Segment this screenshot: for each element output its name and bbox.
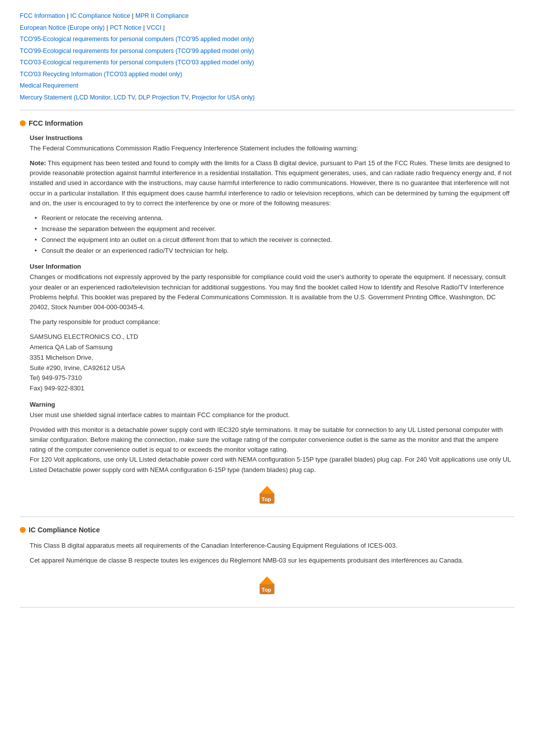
fcc-section-title: FCC Information: [20, 119, 514, 127]
fcc-top-button[interactable]: Top: [255, 484, 279, 508]
ic-dot-icon: [20, 527, 26, 533]
svg-text:Top: Top: [262, 587, 271, 593]
navigation-links: FCC Information | IC Compliance Notice |…: [20, 10, 514, 103]
ic-top-button[interactable]: Top: [255, 574, 279, 598]
nav-european[interactable]: European Notice (Europe only): [20, 24, 105, 31]
ic-top-button-area: Top: [20, 574, 514, 598]
company-info: SAMSUNG ELECTRONICS CO., LTD America QA …: [30, 332, 514, 394]
nav-tco95[interactable]: TCO'95-Ecological requirements for perso…: [20, 36, 254, 43]
nav-mercury[interactable]: Mercury Statement (LCD Monitor, LCD TV, …: [20, 94, 255, 101]
fcc-content: User Instructions The Federal Communicat…: [20, 134, 514, 475]
ic-para1: This Class B digital apparatus meets all…: [30, 541, 514, 551]
nav-fcc[interactable]: FCC Information: [20, 12, 65, 19]
nav-mpr[interactable]: MPR II Compliance: [135, 12, 189, 19]
nav-ic[interactable]: IC Compliance Notice: [70, 12, 130, 19]
ic-content: This Class B digital apparatus meets all…: [20, 541, 514, 566]
nav-vcci[interactable]: VCCI: [147, 24, 162, 31]
list-item: Reorient or relocate the receiving anten…: [35, 213, 514, 223]
nav-tco03r[interactable]: TCO'03 Recycling Information (TCO'03 app…: [20, 71, 182, 78]
list-item: Connect the equipment into an outlet on …: [35, 235, 514, 245]
list-item: Consult the dealer or an experienced rad…: [35, 246, 514, 256]
ic-section-title: IC Compliance Notice: [20, 526, 514, 534]
warning-para2: Provided with this monitor is a detachab…: [30, 425, 514, 475]
fcc-note-text: Note: This equipment has been tested and…: [30, 158, 514, 208]
ic-section: IC Compliance Notice This Class B digita…: [20, 526, 514, 598]
svg-marker-4: [260, 576, 274, 584]
fcc-top-button-area: Top: [20, 484, 514, 508]
svg-text:Top: Top: [262, 496, 271, 502]
user-information-title: User Information: [30, 263, 514, 270]
user-instructions-intro: The Federal Communications Commission Ra…: [30, 143, 514, 153]
ic-para2: Cet appareil Numérique de classe B respe…: [30, 556, 514, 566]
svg-marker-1: [260, 486, 274, 494]
fcc-section: FCC Information User Instructions The Fe…: [20, 119, 514, 508]
nav-tco99[interactable]: TCO'99-Ecological requirements for perso…: [20, 47, 254, 54]
nav-medical[interactable]: Medical Requirement: [20, 82, 78, 89]
fcc-dot-icon: [20, 120, 26, 126]
fcc-bottom-divider: [20, 517, 514, 517]
warning-title: Warning: [30, 401, 514, 408]
user-information-para2: The party responsible for product compli…: [30, 317, 514, 327]
nav-tco03[interactable]: TCO'03-Ecological requirements for perso…: [20, 59, 254, 66]
fcc-measures-list: Reorient or relocate the receiving anten…: [30, 213, 514, 256]
user-instructions-title: User Instructions: [30, 134, 514, 142]
warning-para1: User must use shielded signal interface …: [30, 410, 514, 420]
nav-pct[interactable]: PCT Notice: [110, 24, 141, 31]
user-information-para1: Changes or modifications not expressly a…: [30, 272, 514, 312]
top-divider: [20, 110, 514, 110]
list-item: Increase the separation between the equi…: [35, 224, 514, 234]
ic-bottom-divider: [20, 607, 514, 608]
